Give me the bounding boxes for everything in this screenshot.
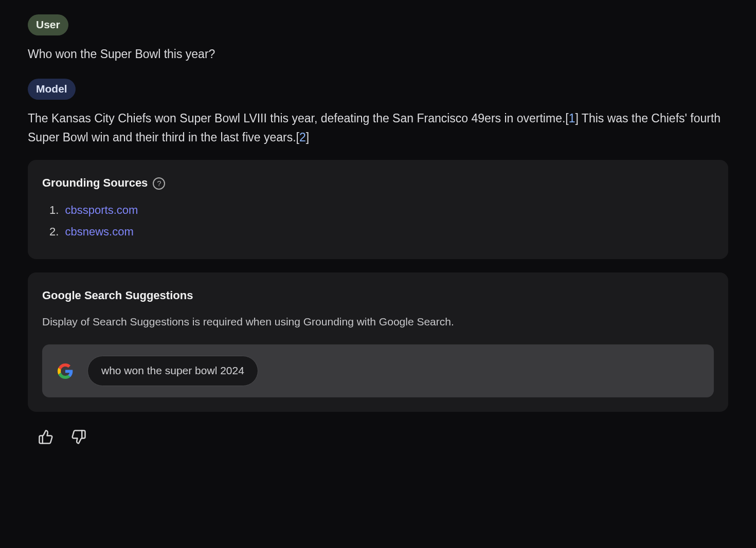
feedback-row [28, 429, 728, 445]
citation-link-1[interactable]: 1 [569, 112, 575, 125]
user-message-text: Who won the Super Bowl this year? [28, 45, 728, 64]
grounding-sources-panel: Grounding Sources ? 1. cbssports.com 2. … [28, 160, 728, 259]
thumbs-down-icon[interactable] [71, 429, 86, 445]
suggestions-title: Google Search Suggestions [42, 287, 714, 304]
help-icon[interactable]: ? [153, 177, 165, 190]
sources-list: 1. cbssports.com 2. cbsnews.com [42, 202, 714, 241]
model-badge: Model [28, 79, 76, 100]
source-item: 2. cbsnews.com [49, 223, 714, 241]
model-message-text: The Kansas City Chiefs won Super Bowl LV… [28, 109, 728, 147]
search-suggestion-bar: who won the super bowl 2024 [42, 344, 714, 397]
user-message-block: User Who won the Super Bowl this year? [28, 14, 728, 63]
source-number: 1. [49, 204, 62, 216]
citation-link-2[interactable]: 2 [299, 131, 306, 144]
thumbs-up-icon[interactable] [38, 429, 53, 445]
grounding-title-row: Grounding Sources ? [42, 174, 714, 192]
answer-text-1: The Kansas City Chiefs won Super Bowl LV… [28, 112, 565, 125]
user-badge: User [28, 14, 68, 35]
model-message-block: Model The Kansas City Chiefs won Super B… [28, 79, 728, 445]
citation-bracket-close: ] [306, 131, 309, 144]
source-link[interactable]: cbsnews.com [65, 225, 133, 238]
grounding-title: Grounding Sources [42, 174, 148, 192]
search-suggestions-panel: Google Search Suggestions Display of Sea… [28, 272, 728, 412]
source-link[interactable]: cbssports.com [65, 204, 138, 216]
source-number: 2. [49, 225, 62, 238]
suggestions-description: Display of Search Suggestions is require… [42, 314, 714, 331]
search-suggestion-chip[interactable]: who won the super bowl 2024 [87, 356, 258, 386]
source-item: 1. cbssports.com [49, 202, 714, 219]
google-logo-icon [58, 363, 73, 379]
